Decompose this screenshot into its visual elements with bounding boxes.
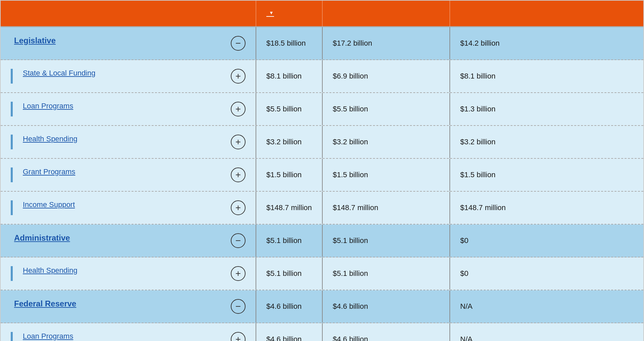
committed-value-health-spending-1: $3.2 billion	[323, 126, 450, 158]
allowed-value-federal-reserve: $4.6 billion	[256, 290, 323, 323]
deficit-value-loan-programs-2: N/A	[450, 323, 544, 341]
table-row-grant-programs: Grant Programs + $1.5 billion $1.5 billi…	[1, 159, 643, 192]
collapse-icon[interactable]: −	[231, 36, 246, 51]
row-name-state-local[interactable]: State & Local Funding	[23, 69, 95, 84]
deficit-value-grant-programs: $1.5 billion	[450, 159, 544, 191]
committed-value-health-spending-2: $5.1 billion	[323, 257, 450, 290]
row-name-grant-programs[interactable]: Grant Programs	[23, 167, 75, 182]
deficit-value-health-spending-1: $3.2 billion	[450, 126, 544, 158]
indent-bar	[11, 69, 13, 84]
rows-container: Legislative − $18.5 billion $17.2 billio…	[1, 27, 643, 341]
dropdown-arrow-icon: ▼	[269, 10, 274, 15]
row-name-income-support[interactable]: Income Support	[23, 200, 75, 215]
expand-icon[interactable]: +	[231, 102, 246, 116]
table-row-administrative: Administrative − $5.1 billion $5.1 billi…	[1, 225, 643, 257]
name-cell-grant-programs: Grant Programs +	[1, 159, 256, 191]
committed-header	[323, 1, 450, 26]
allowed-value-administrative: $5.1 billion	[256, 225, 323, 257]
table-row-legislative: Legislative − $18.5 billion $17.2 billio…	[1, 27, 643, 60]
name-cell-loan-programs-1: Loan Programs +	[1, 93, 256, 125]
expand-icon[interactable]: +	[231, 69, 246, 84]
row-name-administrative[interactable]: Administrative	[14, 233, 70, 248]
allowed-value-grant-programs: $1.5 billion	[256, 159, 323, 191]
table-row-health-spending-1: Health Spending + $3.2 billion $3.2 bill…	[1, 126, 643, 159]
table-row-state-local: State & Local Funding + $8.1 billion $6.…	[1, 60, 643, 93]
deficit-header	[450, 1, 544, 26]
row-name-federal-reserve[interactable]: Federal Reserve	[14, 299, 76, 314]
allowed-value-health-spending-1: $3.2 billion	[256, 126, 323, 158]
deficit-value-federal-reserve: N/A	[450, 290, 544, 323]
deficit-value-administrative: $0	[450, 225, 544, 257]
indent-bar	[11, 266, 13, 281]
committed-value-state-local: $6.9 billion	[323, 60, 450, 92]
covid-response-table: ▼ Legislative − $18.5 billion $17.2 bill…	[0, 0, 644, 341]
row-name-loan-programs-1[interactable]: Loan Programs	[23, 102, 73, 116]
indent-bar	[11, 102, 13, 116]
row-name-legislative[interactable]: Legislative	[14, 36, 56, 51]
deficit-value-income-support: $148.7 million	[450, 192, 544, 224]
name-cell-loan-programs-2: Loan Programs +	[1, 323, 256, 341]
allowed-value-health-spending-2: $5.1 billion	[256, 257, 323, 290]
deficit-value-state-local: $8.1 billion	[450, 60, 544, 92]
committed-value-federal-reserve: $4.6 billion	[323, 290, 450, 323]
row-name-health-spending-2[interactable]: Health Spending	[23, 266, 77, 281]
indent-bar	[11, 167, 13, 182]
row-name-health-spending-1[interactable]: Health Spending	[23, 135, 77, 149]
expand-icon[interactable]: +	[231, 332, 246, 341]
committed-value-loan-programs-1: $5.5 billion	[323, 93, 450, 125]
allowed-value-income-support: $148.7 million	[256, 192, 323, 224]
table-row-loan-programs-1: Loan Programs + $5.5 billion $5.5 billio…	[1, 93, 643, 126]
table-row-income-support: Income Support + $148.7 million $148.7 m…	[1, 192, 643, 225]
deficit-value-legislative: $14.2 billion	[450, 27, 544, 59]
allowed-value-loan-programs-1: $5.5 billion	[256, 93, 323, 125]
committed-value-legislative: $17.2 billion	[323, 27, 450, 59]
name-cell-legislative: Legislative −	[1, 27, 256, 59]
deficit-value-loan-programs-1: $1.3 billion	[450, 93, 544, 125]
expand-icon[interactable]: +	[231, 135, 246, 149]
expand-icon[interactable]: +	[231, 200, 246, 215]
deficit-value-health-spending-2: $0	[450, 257, 544, 290]
indent-bar	[11, 135, 13, 149]
committed-value-administrative: $5.1 billion	[323, 225, 450, 257]
allowed-value-legislative: $18.5 billion	[256, 27, 323, 59]
expand-icon[interactable]: +	[231, 167, 246, 182]
collapse-icon[interactable]: −	[231, 299, 246, 314]
committed-value-income-support: $148.7 million	[323, 192, 450, 224]
name-cell-health-spending-2: Health Spending +	[1, 257, 256, 290]
covid-response-header	[1, 1, 256, 26]
table-header: ▼	[1, 1, 643, 27]
table-row-loan-programs-2: Loan Programs + $4.6 billion $4.6 billio…	[1, 323, 643, 341]
collapse-icon[interactable]: −	[231, 233, 246, 248]
name-cell-federal-reserve: Federal Reserve −	[1, 290, 256, 323]
name-cell-administrative: Administrative −	[1, 225, 256, 257]
name-cell-income-support: Income Support +	[1, 192, 256, 224]
table-row-health-spending-2: Health Spending + $5.1 billion $5.1 bill…	[1, 257, 643, 290]
allowed-value-state-local: $8.1 billion	[256, 60, 323, 92]
indent-bar	[11, 200, 13, 215]
table-row-federal-reserve: Federal Reserve − $4.6 billion $4.6 bill…	[1, 290, 643, 323]
expand-icon[interactable]: +	[231, 266, 246, 281]
committed-value-grant-programs: $1.5 billion	[323, 159, 450, 191]
name-cell-health-spending-1: Health Spending +	[1, 126, 256, 158]
name-cell-state-local: State & Local Funding +	[1, 60, 256, 92]
row-name-loan-programs-2[interactable]: Loan Programs	[23, 332, 73, 341]
allowed-value-loan-programs-2: $4.6 billion	[256, 323, 323, 341]
indent-bar	[11, 332, 13, 341]
allowed-header[interactable]: ▼	[256, 1, 323, 26]
committed-value-loan-programs-2: $4.6 billion	[323, 323, 450, 341]
